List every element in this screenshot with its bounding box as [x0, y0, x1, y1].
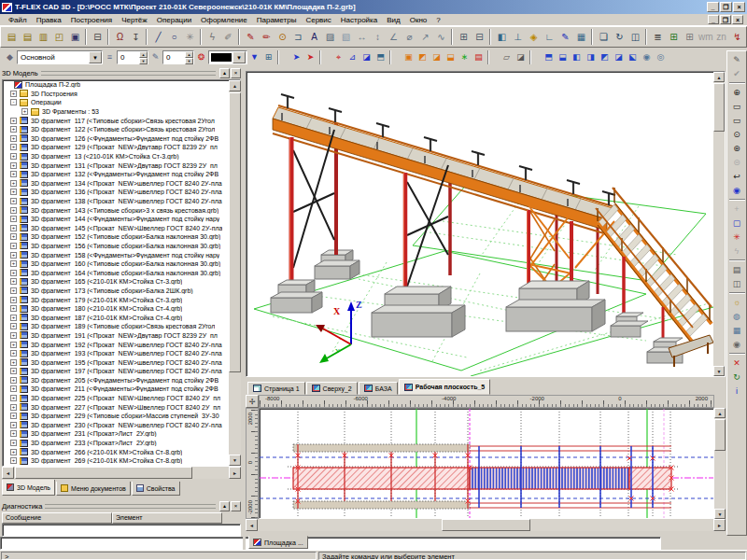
tree-expand-toggle[interactable]: +: [10, 135, 17, 142]
colors-button[interactable]: ❂: [194, 50, 208, 64]
workplane-custom-button[interactable]: ⬓: [444, 50, 458, 64]
menu-parameters[interactable]: Параметры: [252, 15, 302, 25]
tree-item[interactable]: + 3D фрагмент_145 (<Прокат_NEW>Швеллер Г…: [3, 224, 240, 233]
tree-item[interactable]: + 3D фрагмент_195 (<Прокат_NEW>швеллер Г…: [3, 357, 240, 367]
panel-header-grip[interactable]: [41, 71, 216, 76]
layer-select[interactable]: Основной ▼: [17, 50, 103, 64]
refresh-button[interactable]: ↻: [729, 371, 745, 385]
regenerate-button[interactable]: ✳: [729, 231, 745, 245]
check-model-button[interactable]: ✔: [729, 67, 745, 81]
level-stepper[interactable]: 0 ▲▼: [117, 50, 148, 64]
column-header[interactable]: Сообщение: [2, 512, 112, 524]
tree-item[interactable]: + 3D фрагмент_136 (<Прокат_NEW>швеллер Г…: [3, 188, 240, 197]
tree-expand-toggle[interactable]: +: [10, 395, 17, 401]
zone-button[interactable]: zn: [713, 29, 729, 45]
line-width-stepper[interactable]: 0 ▲▼: [162, 50, 194, 64]
mirror-button[interactable]: ◫: [627, 29, 643, 45]
lcs-button[interactable]: ∟: [542, 29, 557, 45]
tree-expand-toggle[interactable]: +: [10, 278, 17, 285]
scroll-down-icon[interactable]: ▼: [714, 509, 726, 519]
zoom-in-button[interactable]: ⊕: [729, 86, 745, 100]
tab-properties[interactable]: Свойства: [132, 482, 180, 496]
rendered-view-button[interactable]: ◎: [654, 50, 668, 64]
tree-expand-toggle[interactable]: +: [10, 368, 17, 374]
menu-constructions[interactable]: Построения: [66, 15, 117, 25]
print-button[interactable]: ⊟: [90, 29, 106, 45]
workplane-axis-button[interactable]: ⊥: [510, 29, 526, 45]
tree-expand-toggle[interactable]: +: [10, 153, 17, 160]
3d-model-canvas[interactable]: X Z Y: [247, 72, 713, 376]
relation-tool-button[interactable]: ✐: [220, 29, 236, 45]
zoom-selected-button[interactable]: ⊜: [729, 156, 745, 170]
page-setup-button[interactable]: ▤: [729, 263, 745, 277]
2d-plan-viewport[interactable]: [259, 408, 714, 519]
tree-item[interactable]: + 3D фрагмент_180 (<210-01К КМ>Стойка Ст…: [3, 304, 240, 314]
scrollbar-thumb[interactable]: [714, 419, 726, 451]
dim-angle-button[interactable]: ∠: [386, 29, 402, 45]
trim-tool-button[interactable]: ϟ: [204, 29, 220, 45]
tree-vertical-scrollbar[interactable]: ▲ ▼: [229, 80, 241, 466]
select-edge-button[interactable]: ⊿: [345, 50, 359, 64]
sketch-button[interactable]: ✎: [243, 29, 259, 45]
tree-item[interactable]: Площадка П-2.grb: [3, 80, 240, 90]
hatch-invisible-button[interactable]: ▧: [338, 29, 354, 45]
dim-linear-button[interactable]: ↔: [354, 29, 370, 45]
spin-down-icon[interactable]: ▼: [139, 58, 148, 64]
auto-regen-button[interactable]: ϟ: [729, 245, 745, 259]
restore-button[interactable]: ❐: [720, 2, 732, 12]
panel-header-grip[interactable]: [45, 504, 216, 509]
layers-button[interactable]: ≡: [103, 50, 117, 64]
close-button[interactable]: ×: [733, 2, 745, 12]
open-document-button[interactable]: ◰: [51, 29, 67, 45]
tree-item[interactable]: + 3D фрагмент_122 (<Типовые сборки>Связь…: [3, 125, 240, 134]
edit-model-button[interactable]: ✎: [729, 53, 745, 67]
menu-file[interactable]: Файл: [4, 15, 32, 25]
wireframe-view-button[interactable]: ▱: [500, 50, 514, 64]
menu-edit[interactable]: Правка: [32, 15, 66, 25]
scrollbar-thumb[interactable]: [229, 92, 241, 372]
tree-item[interactable]: + 3D фрагмент_211 (<Фундаменты>Фундамент…: [3, 385, 240, 394]
title-bar[interactable]: T-FLEX CAD 3D - [D:\РОСС МТК\Проект 210-…: [0, 0, 747, 14]
dim-vertical-button[interactable]: ↕: [370, 29, 386, 45]
view-right-button[interactable]: ◩: [598, 50, 612, 64]
render-button[interactable]: ◉: [729, 338, 745, 352]
2d-plan-canvas[interactable]: [260, 409, 713, 518]
tree-item[interactable]: + 3D фрагмент_230 (<Прокат_NEW>швеллер Г…: [3, 421, 240, 430]
insert-button[interactable]: ↧: [128, 29, 144, 45]
workplane-side-button[interactable]: ◩: [416, 50, 430, 64]
tree-expand-toggle[interactable]: +: [10, 287, 17, 294]
view-isometry-button[interactable]: ⬒: [542, 50, 556, 64]
scroll-left-icon[interactable]: ◄: [2, 467, 14, 479]
status-dropdown-button[interactable]: ▼: [247, 50, 261, 64]
materials-button[interactable]: ◍: [729, 310, 745, 324]
tree-item[interactable]: + 3D фрагмент_132 (<Фундаменты>Фундамент…: [3, 170, 240, 179]
update-button[interactable]: ↯: [729, 29, 745, 45]
menu-service[interactable]: Сервис: [301, 15, 335, 25]
tree-expand-toggle[interactable]: +: [10, 171, 17, 177]
rotate-button[interactable]: ↻: [612, 29, 627, 45]
tree-expand-toggle[interactable]: +: [10, 305, 17, 312]
plan-vertical-scrollbar[interactable]: ▲ ▼: [714, 408, 726, 519]
tree-item[interactable]: + 3D фрагмент_229 (<Типовые сборки>Масси…: [3, 412, 240, 421]
child-restore-button[interactable]: ❐: [720, 15, 731, 24]
page-2d-button[interactable]: ▤: [472, 50, 486, 64]
scroll-up-icon[interactable]: ▲: [714, 408, 726, 418]
hide-element-button[interactable]: ✕: [729, 357, 745, 371]
tree-expand-toggle[interactable]: +: [21, 108, 28, 115]
select-body-button[interactable]: ⬒: [374, 50, 388, 64]
table-view-button[interactable]: ⊞: [682, 29, 698, 45]
tree-expand-toggle[interactable]: +: [10, 91, 17, 97]
tree-item[interactable]: + 3D фрагмент_225 (<Прокат_NEW>Швеллер Г…: [3, 394, 240, 403]
zoom-previous-button[interactable]: ↩: [729, 170, 745, 184]
tree-expand-toggle[interactable]: +: [10, 126, 17, 133]
menu-annotation[interactable]: Оформление: [196, 15, 252, 25]
circle-tool-button[interactable]: ○: [166, 29, 182, 45]
split-view-button[interactable]: ◫: [729, 277, 745, 291]
panel-close-button[interactable]: ×: [231, 68, 241, 78]
zoom-all-button[interactable]: ⊛: [729, 142, 745, 156]
tree-item[interactable]: + 3D фрагмент_269 (<210-01К КМ>Стойка Ст…: [3, 456, 240, 466]
spline-tool-button[interactable]: ✳: [182, 29, 198, 45]
tree-item[interactable]: + 3D фрагмент_233 (<Прокат>Лист_2У.grb): [3, 439, 240, 448]
watermark-button[interactable]: wm: [698, 29, 713, 45]
view-back-button[interactable]: ◧: [570, 50, 584, 64]
